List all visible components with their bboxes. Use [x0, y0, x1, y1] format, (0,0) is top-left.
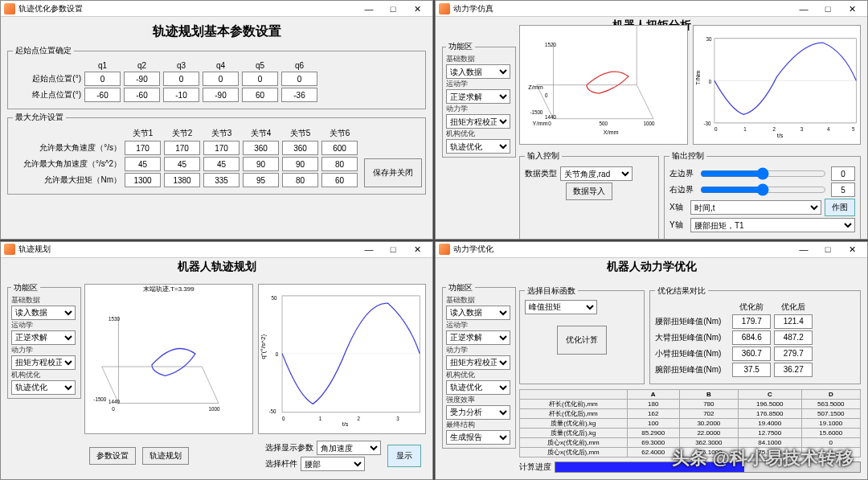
maxvel-1[interactable]: [125, 141, 161, 155]
start-q4[interactable]: [203, 72, 239, 86]
right-bound-slider[interactable]: [700, 185, 826, 195]
start-pos-legend: 起始点位置确定: [13, 45, 74, 56]
x-axis-select[interactable]: 时间,t: [690, 200, 821, 215]
torque-2d-plot[interactable]: T/Nm t/s 300-30 012345: [693, 25, 862, 145]
left-bound-value[interactable]: [831, 166, 855, 181]
func-select-dynamics[interactable]: 扭矩方程校正: [446, 355, 510, 370]
max-button[interactable]: □: [381, 2, 405, 16]
torque-3d-plot[interactable]: Z/mmX/mmY/mm 05001000 -15000 14401520: [519, 25, 688, 145]
func-select-kinematics[interactable]: 正逆求解: [446, 89, 510, 104]
data-type-label: 数据类型: [525, 168, 557, 179]
start-q3[interactable]: [163, 72, 199, 86]
func-select-kinematics[interactable]: 正逆求解: [446, 330, 510, 345]
max-button[interactable]: □: [816, 242, 840, 256]
maxacc-5[interactable]: [282, 157, 318, 171]
show-button[interactable]: 显示: [387, 445, 421, 467]
func-select-dynamics[interactable]: 扭矩方程校正: [11, 355, 76, 370]
maxtq-3[interactable]: [203, 173, 240, 187]
end-q1[interactable]: [84, 88, 121, 102]
func-select-basic[interactable]: 读入数据: [446, 306, 510, 320]
maxtq-1[interactable]: [125, 173, 161, 187]
maxvel-5[interactable]: [282, 141, 318, 155]
func-select-report[interactable]: 生成报告: [446, 430, 510, 445]
maxacc-3[interactable]: [203, 157, 240, 171]
maxvel-2[interactable]: [164, 141, 200, 155]
maxacc-2[interactable]: [164, 157, 200, 171]
svg-text:1000: 1000: [644, 121, 655, 126]
titlebar[interactable]: 轨迹规划 — □ ✕: [1, 242, 432, 258]
titlebar[interactable]: 轨迹优化参数设置 — □ ✕: [1, 1, 432, 17]
svg-text:Z/mm: Z/mm: [528, 84, 543, 91]
start-q1[interactable]: [84, 72, 121, 86]
maxtq-5[interactable]: [282, 173, 318, 187]
y-axis-select[interactable]: 腰部扭矩，T1: [690, 218, 855, 232]
result-after: [774, 363, 813, 377]
bar-select-label: 选择杆件: [265, 458, 297, 470]
func-select-basic[interactable]: 读入数据: [11, 306, 76, 320]
traj-3d-plot[interactable]: 末端轨迹,T=3.399 01000 -1500 14401530: [84, 284, 253, 435]
func-select-opt[interactable]: 轨迹优化: [11, 380, 76, 395]
end-q2[interactable]: [124, 88, 160, 102]
start-q2[interactable]: [124, 72, 160, 86]
bar-select[interactable]: 腰部: [301, 457, 365, 471]
maxvel-3[interactable]: [203, 141, 240, 155]
optimization-table[interactable]: ABCD杆长(优化前),mm180780196.5000563.5000杆长(优…: [519, 389, 861, 458]
titlebar[interactable]: 动力学优化 — □ ✕: [436, 242, 867, 258]
close-button[interactable]: ✕: [840, 242, 864, 256]
func-select-kinematics[interactable]: 正逆求解: [11, 330, 76, 345]
func-select-strength[interactable]: 受力分析: [446, 405, 510, 420]
end-q5[interactable]: [242, 88, 278, 102]
min-button[interactable]: —: [357, 242, 381, 256]
objective-select[interactable]: 峰值扭矩: [525, 300, 597, 314]
right-bound-value[interactable]: [831, 183, 855, 197]
col-hdr: q5: [242, 61, 278, 70]
func-select-dynamics[interactable]: 扭矩方程校正: [446, 114, 510, 129]
func-select-opt[interactable]: 轨迹优化: [446, 380, 510, 395]
input-ctrl-legend: 输入控制: [525, 150, 562, 162]
end-row-label: 终止点位置(°): [13, 89, 81, 101]
titlebar[interactable]: 动力学仿真 — □ ✕: [436, 1, 867, 17]
maxtq-6[interactable]: [321, 173, 358, 187]
close-button[interactable]: ✕: [405, 2, 429, 16]
traj-plan-button[interactable]: 轨迹规划: [142, 447, 189, 465]
save-close-button[interactable]: 保存并关闭: [364, 158, 422, 187]
min-button[interactable]: —: [792, 2, 816, 16]
svg-text:t/s: t/s: [342, 420, 348, 427]
max-button[interactable]: □: [816, 2, 840, 16]
end-q6[interactable]: [281, 88, 317, 102]
maxvel-4[interactable]: [243, 141, 279, 155]
after-label: 优化后: [774, 302, 813, 313]
maxacc-4[interactable]: [243, 157, 279, 171]
start-q5[interactable]: [242, 72, 278, 86]
close-button[interactable]: ✕: [405, 242, 429, 256]
objective-fieldset: 选择目标函数 峰值扭矩 优化计算: [519, 285, 645, 384]
min-button[interactable]: —: [357, 2, 381, 16]
results-fieldset: 优化结果对比 优化前优化后 腰部扭矩峰值(Nm) 大臂扭矩峰值(Nm) 小臂扭矩…: [649, 285, 861, 384]
start-q6[interactable]: [281, 72, 317, 86]
display-param-select[interactable]: 角加速度: [317, 441, 381, 455]
maxvel-6[interactable]: [321, 141, 358, 155]
svg-text:1: 1: [318, 415, 321, 421]
func-select-opt[interactable]: 轨迹优化: [446, 139, 510, 154]
close-button[interactable]: ✕: [840, 2, 864, 16]
optimize-button[interactable]: 优化计算: [557, 326, 607, 355]
left-bound-slider[interactable]: [700, 169, 826, 178]
max-button[interactable]: □: [381, 242, 405, 256]
joint-hdr: 关节2: [164, 128, 200, 139]
min-button[interactable]: —: [792, 242, 816, 256]
plot-button[interactable]: 作图: [825, 199, 855, 216]
maxacc-6[interactable]: [321, 157, 358, 171]
data-type-select[interactable]: 关节角度,rad: [560, 166, 633, 181]
accel-2d-plot[interactable]: q''(°/s^2) t/s 500-50 0123: [258, 284, 427, 435]
func-area: 功能区 基础数据 读入数据 运动学 正逆求解 动力学 扭矩方程校正 机构优化 轨…: [442, 41, 516, 158]
maxtq-2[interactable]: [164, 173, 200, 187]
param-set-button[interactable]: 参数设置: [89, 447, 136, 465]
maxacc-1[interactable]: [125, 157, 161, 171]
maxtq-4[interactable]: [243, 173, 279, 187]
end-q4[interactable]: [203, 88, 239, 102]
import-button[interactable]: 数据导入: [566, 183, 612, 200]
end-q3[interactable]: [163, 88, 199, 102]
maxtq-label: 允许最大扭矩（Nm）: [13, 174, 121, 186]
result-row-name: 腰部扭矩峰值(Nm): [655, 316, 729, 327]
func-select-basic[interactable]: 读入数据: [446, 64, 510, 79]
